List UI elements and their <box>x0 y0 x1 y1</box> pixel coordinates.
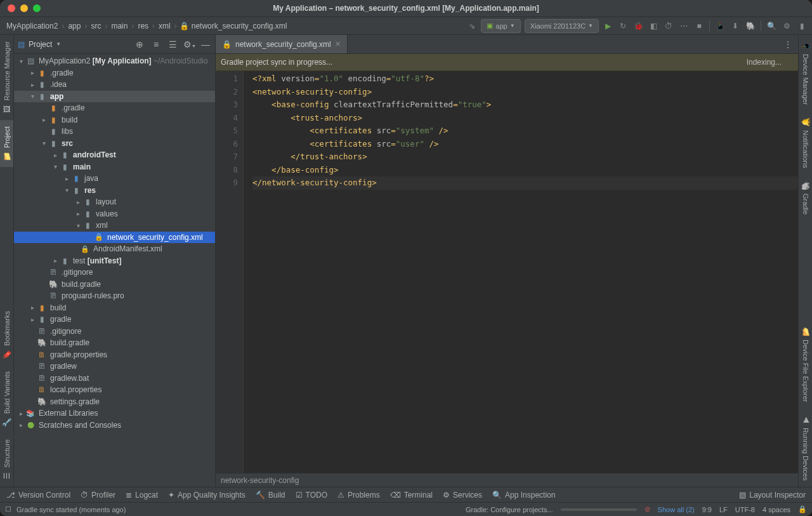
bb-profiler[interactable]: ⏱Profiler <box>81 491 115 499</box>
rail-resource-manager[interactable]: 🖼Resource Manager <box>1 35 13 120</box>
tree-file[interactable]: .gitignore <box>14 326 215 338</box>
tree-folder[interactable]: ▾res <box>14 185 215 197</box>
crumb[interactable]: network_security_config.xml <box>190 22 289 30</box>
sync-icon[interactable]: ⇘ <box>467 21 477 31</box>
tree-file[interactable]: proguard-rules.pro <box>14 290 215 302</box>
bb-version-control[interactable]: ⎇Version Control <box>6 491 70 499</box>
project-view-selector[interactable]: ▤ Project ▼ <box>18 40 130 49</box>
close-tab-icon[interactable]: ✕ <box>335 40 341 48</box>
tree-file[interactable]: gradlew <box>14 361 215 373</box>
bb-app-inspection[interactable]: 🔍App Inspection <box>492 491 555 499</box>
crumb[interactable]: main <box>110 22 129 30</box>
sdk-icon[interactable]: ⬇ <box>730 21 740 31</box>
rail-notifications[interactable]: 🔔Notifications <box>799 111 812 175</box>
bb-layout-inspector[interactable]: ▧Layout Inspector <box>739 491 806 499</box>
run-config-selector[interactable]: ▣app▼ <box>481 19 520 33</box>
rerun-icon[interactable]: ↻ <box>618 21 628 31</box>
tree-folder[interactable]: .gradle <box>14 102 215 114</box>
tree-folder[interactable]: ▾src <box>14 138 215 150</box>
crumb[interactable]: app <box>67 22 82 30</box>
tree-file[interactable]: 🐘build.gradle <box>14 279 215 291</box>
stop-icon[interactable]: ■ <box>694 21 704 31</box>
crumb[interactable]: xml <box>157 22 172 30</box>
bb-app-quality[interactable]: ✦App Quality Insights <box>168 491 246 499</box>
rail-running-devices[interactable]: ▶Running Devices <box>800 409 811 487</box>
rail-bookmarks[interactable]: 🔖Bookmarks <box>0 305 13 365</box>
collapse-all-icon[interactable]: ☰ <box>167 39 178 50</box>
rail-device-file-explorer[interactable]: 📂Device File Explorer <box>799 321 812 408</box>
cancel-progress-icon[interactable]: ⊘ <box>645 505 650 513</box>
tree-file[interactable]: 🐘settings.gradle <box>14 396 215 408</box>
bb-problems[interactable]: ⚠Problems <box>337 491 380 499</box>
bb-todo[interactable]: ☑TODO <box>296 491 327 499</box>
status-icon[interactable]: ☐ <box>5 505 11 513</box>
indent[interactable]: 4 spaces <box>763 506 790 513</box>
attach-icon[interactable]: ⋯ <box>679 21 689 31</box>
rail-gradle[interactable]: 🐘Gradle <box>799 175 812 221</box>
rail-project[interactable]: 📁Project <box>0 120 13 167</box>
tree-folder[interactable]: ▸java <box>14 173 215 185</box>
debug-icon[interactable]: 🐞 <box>633 21 643 31</box>
bb-terminal[interactable]: ⌫Terminal <box>390 491 433 499</box>
tree-folder[interactable]: ▸gradle <box>14 314 215 326</box>
tree-module-app[interactable]: ▾app <box>14 91 215 103</box>
crumb[interactable]: src <box>89 22 102 30</box>
tree-folder[interactable]: ▾main <box>14 161 215 173</box>
device-selector[interactable]: Xiaomi 2201123C▼ <box>525 19 599 33</box>
show-all-link[interactable]: Show all (2) <box>658 506 695 513</box>
tree-scratches[interactable]: ▸Scratches and Consoles <box>14 420 215 432</box>
tree-folder[interactable]: ▾xml <box>14 220 215 232</box>
tree-file[interactable]: .gitignore <box>14 267 215 279</box>
tree-folder[interactable]: ▸androidTest <box>14 149 215 161</box>
crumb[interactable]: MyApplication2 <box>5 22 59 30</box>
tree-root[interactable]: ▾MyApplication2 [My Application] ~/Andro… <box>14 55 215 67</box>
rail-device-manager[interactable]: 📱Device Manager <box>799 35 812 111</box>
readonly-icon[interactable]: 🔒 <box>798 505 807 513</box>
minimize-window[interactable] <box>20 4 28 12</box>
project-tree[interactable]: ▾MyApplication2 [My Application] ~/Andro… <box>14 54 215 487</box>
tree-folder[interactable]: ▸test [unitTest] <box>14 255 215 267</box>
tree-file[interactable]: AndroidManifest.xml <box>14 243 215 255</box>
tree-file[interactable]: 🗎local.properties <box>14 384 215 396</box>
avd-icon[interactable]: 📱 <box>715 21 725 31</box>
bb-services[interactable]: ⚙Services <box>443 491 482 499</box>
code-area[interactable]: 123 456 789 <?xml version="1.0" encoding… <box>216 71 798 473</box>
gradle-sync-icon[interactable]: 🐘 <box>745 21 756 31</box>
expand-all-icon[interactable]: ≡ <box>150 39 162 50</box>
tree-folder[interactable]: ▸values <box>14 208 215 220</box>
tree-folder[interactable]: ▸.idea <box>14 79 215 91</box>
settings-icon[interactable]: ⚙ <box>782 21 792 31</box>
editor-breadcrumb[interactable]: network-security-config <box>216 473 798 487</box>
profile-icon[interactable]: ⏱ <box>664 21 674 31</box>
tree-file[interactable]: gradlew.bat <box>14 373 215 385</box>
source[interactable]: <?xml version="1.0" encoding="utf-8"?> <… <box>250 71 798 473</box>
crumb[interactable]: res <box>136 22 150 30</box>
tree-folder[interactable]: ▸layout <box>14 196 215 208</box>
tree-file[interactable]: 🐘build.gradle <box>14 337 215 349</box>
close-window[interactable] <box>8 4 15 12</box>
tree-external-libraries[interactable]: ▸External Libraries <box>14 407 215 420</box>
editor-tab[interactable]: 🔒network_security_config.xml✕ <box>216 35 348 53</box>
tree-file-selected[interactable]: network_security_config.xml <box>14 232 215 244</box>
select-opened-icon[interactable]: ⊕ <box>134 39 145 50</box>
tree-folder[interactable]: ▸.gradle <box>14 67 215 79</box>
tree-folder[interactable]: ▸build <box>14 302 215 314</box>
zoom-window[interactable] <box>33 4 41 12</box>
bb-logcat[interactable]: ≣Logcat <box>126 491 158 499</box>
bb-build[interactable]: 🔨Build <box>256 491 285 499</box>
tree-folder[interactable]: ▸build <box>14 114 215 126</box>
rail-build-variants[interactable]: 🔧Build Variants <box>0 365 13 433</box>
rail-structure[interactable]: ☰Structure <box>1 433 13 487</box>
coverage-icon[interactable]: ◧ <box>648 21 658 31</box>
line-sep[interactable]: LF <box>719 506 728 513</box>
tree-file[interactable]: 🗎gradle.properties <box>14 349 215 361</box>
hide-icon[interactable]: — <box>200 39 211 50</box>
tree-folder[interactable]: libs <box>14 126 215 138</box>
tabs-more-icon[interactable]: ⋮ <box>778 35 798 53</box>
encoding[interactable]: UTF-8 <box>735 506 755 513</box>
panel-icon[interactable]: ▮ <box>797 21 807 31</box>
caret-pos[interactable]: 9:9 <box>702 506 712 513</box>
run-icon[interactable]: ▶ <box>603 21 613 31</box>
search-icon[interactable]: 🔍 <box>766 21 776 31</box>
tool-settings-icon[interactable]: ⚙▼ <box>183 39 195 50</box>
